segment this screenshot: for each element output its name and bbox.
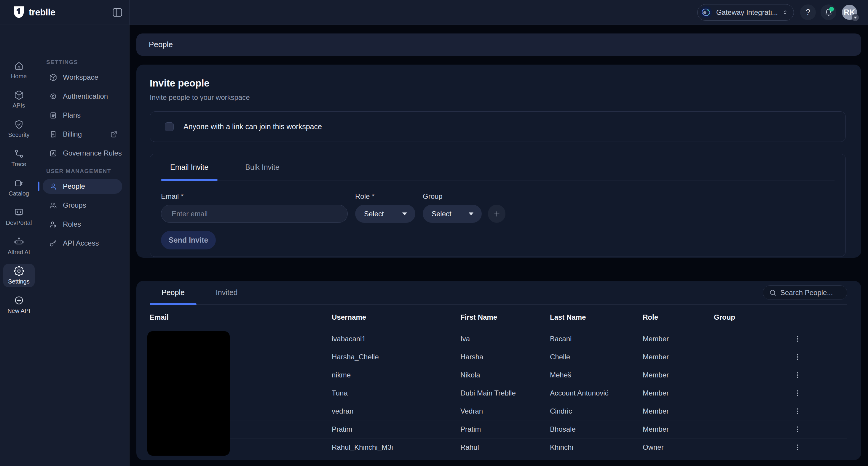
- auth-badge-icon: [49, 93, 57, 100]
- cell-role: Member: [643, 371, 714, 379]
- plus-circle-icon: [14, 295, 24, 305]
- cell-last-name: Meheš: [550, 371, 643, 379]
- cell-role: Member: [643, 353, 714, 361]
- people-card-header: PeopleInvited: [150, 281, 847, 304]
- sidebar-collapse-button[interactable]: [112, 6, 123, 19]
- settings-nav-item-workspace[interactable]: Workspace: [43, 70, 122, 85]
- email-input[interactable]: [161, 205, 348, 223]
- sidebar-item-security[interactable]: Security: [3, 117, 35, 140]
- add-invite-row-button[interactable]: [488, 205, 505, 223]
- cell-role: Member: [643, 425, 714, 433]
- sidebar-item-label: Catalog: [9, 190, 29, 197]
- help-button[interactable]: ?: [800, 4, 816, 20]
- kebab-vertical-icon: [793, 425, 802, 433]
- role-select[interactable]: Select: [355, 205, 415, 223]
- group-field-group: Group Select: [423, 192, 482, 223]
- notifications-button[interactable]: [820, 4, 836, 20]
- sidebar-item-alfred-ai[interactable]: Alfred AI: [3, 235, 35, 258]
- table-header-row: EmailUsernameFirst NameLast NameRoleGrou…: [150, 304, 847, 330]
- send-invite-button[interactable]: Send Invite: [161, 231, 216, 249]
- person-gear-icon: [49, 221, 57, 228]
- row-actions-button[interactable]: [792, 405, 803, 417]
- cell-role: Member: [643, 407, 714, 415]
- column-header-last-name: Last Name: [550, 313, 643, 322]
- people-tabs: PeopleInvited: [150, 281, 250, 304]
- tab-bulk-invite[interactable]: Bulk Invite: [236, 154, 288, 180]
- tab-invited[interactable]: Invited: [204, 281, 250, 304]
- chevrons-up-down-icon: [782, 9, 788, 15]
- settings-nav-item-api-access[interactable]: API Access: [43, 236, 122, 251]
- settings-nav-item-billing[interactable]: Billing: [43, 127, 122, 142]
- sidebar-item-new-api[interactable]: New API: [3, 293, 35, 317]
- search-people-input[interactable]: [780, 289, 841, 297]
- row-actions: [788, 423, 847, 435]
- settings-nav-item-authentication[interactable]: Authentication: [43, 89, 122, 104]
- workspace-selector[interactable]: Gateway Integrati...: [697, 4, 794, 21]
- tab-email-invite[interactable]: Email Invite: [161, 154, 218, 180]
- cell-last-name: Cindric: [550, 407, 643, 415]
- treblle-shield-icon: [13, 6, 25, 19]
- sidebar-item-settings[interactable]: Settings: [3, 264, 35, 287]
- catalog-icon: [14, 178, 24, 188]
- settings-nav-item-people[interactable]: People: [43, 179, 122, 194]
- link-join-checkbox[interactable]: [165, 122, 174, 131]
- row-actions-button[interactable]: [792, 333, 803, 345]
- caret-down-icon: [469, 212, 473, 215]
- key-icon: [49, 239, 57, 247]
- kebab-vertical-icon: [793, 407, 802, 415]
- settings-nav-item-plans[interactable]: Plans: [43, 108, 122, 123]
- invite-tabs-box: Email InviteBulk Invite Email * Role * S…: [150, 154, 846, 257]
- cell-username: Rahul_Khinchi_M3i: [332, 443, 460, 452]
- cell-last-name: Chelle: [550, 353, 643, 361]
- group-select[interactable]: Select: [423, 205, 482, 223]
- settings-nav-item-groups[interactable]: Groups: [43, 198, 122, 213]
- sidebar-item-label: Settings: [8, 278, 29, 285]
- sidebar-item-devportal[interactable]: DevPortal: [3, 205, 35, 228]
- cell-role: Member: [643, 389, 714, 397]
- row-actions: [788, 333, 847, 345]
- row-actions-button[interactable]: [792, 387, 803, 399]
- caret-down-icon: [402, 212, 407, 215]
- row-actions-button[interactable]: [792, 441, 803, 453]
- nav-item-label: Workspace: [63, 73, 98, 81]
- breadcrumb: People: [136, 33, 861, 56]
- sidebar-item-label: DevPortal: [6, 220, 32, 226]
- search-icon: [769, 289, 777, 297]
- cell-first-name: Rahul: [460, 443, 550, 452]
- receipt-icon: [49, 130, 57, 138]
- notification-badge: [829, 7, 834, 11]
- row-actions-button[interactable]: [792, 423, 803, 435]
- sidebar-item-label: Alfred AI: [8, 249, 30, 256]
- kebab-vertical-icon: [793, 353, 802, 361]
- sidebar-item-apis[interactable]: APIs: [3, 88, 35, 111]
- sidebar-item-trace[interactable]: Trace: [3, 147, 35, 170]
- top-bar-right: Gateway Integrati... ? RK: [129, 0, 868, 25]
- row-actions-button[interactable]: [792, 351, 803, 363]
- user-avatar[interactable]: RK: [842, 5, 857, 20]
- row-actions-button[interactable]: [792, 369, 803, 381]
- search-people: [763, 285, 847, 300]
- kebab-vertical-icon: [793, 443, 802, 452]
- settings-sidebar: SETTINGSWorkspaceAuthenticationPlansBill…: [38, 25, 129, 466]
- sidebar-item-catalog[interactable]: Catalog: [3, 176, 35, 199]
- sidebar-item-label: Trace: [11, 161, 26, 168]
- devportal-icon: [14, 207, 24, 218]
- settings-nav-item-roles[interactable]: Roles: [43, 217, 122, 232]
- cell-last-name: Khinchi: [550, 443, 643, 452]
- tab-people[interactable]: People: [150, 281, 196, 304]
- robot-icon: [14, 237, 24, 247]
- sidebar-item-home[interactable]: Home: [3, 59, 35, 82]
- cell-username: nikme: [332, 371, 460, 379]
- icon-sidebar: HomeAPIsSecurityTraceCatalogDevPortalAlf…: [0, 25, 38, 466]
- redacted-email-block: [147, 331, 230, 456]
- table-row: TunaDubi Main TreblleAccount AntunovićMe…: [150, 384, 847, 402]
- cell-first-name: Iva: [460, 335, 550, 343]
- shield-check-icon: [14, 120, 24, 129]
- cell-first-name: Dubi Main Treblle: [460, 389, 550, 397]
- settings-nav-item-governance-rules[interactable]: Governance Rules: [43, 146, 122, 161]
- nav-item-label: Plans: [63, 111, 81, 120]
- letter-a-icon: [49, 149, 57, 157]
- cell-first-name: Pratim: [460, 425, 550, 433]
- treblle-logo[interactable]: treblle: [13, 6, 56, 19]
- row-actions: [788, 441, 847, 453]
